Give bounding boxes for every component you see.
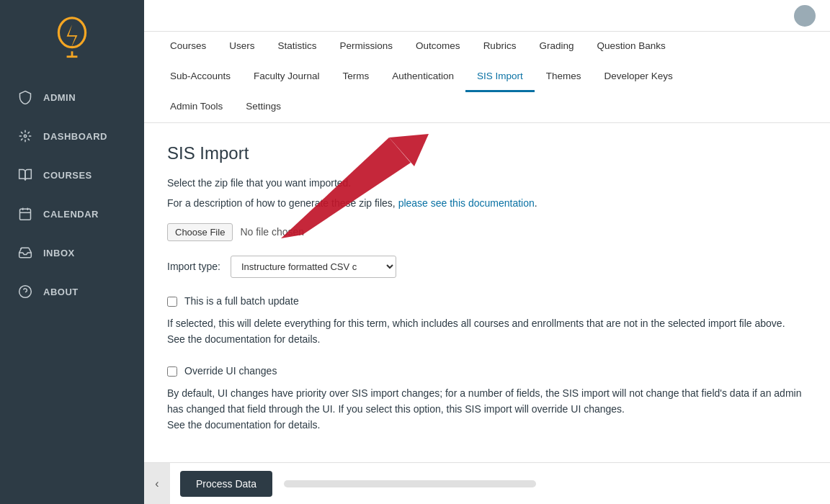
tab-faculty-journal[interactable]: Faculty Journal [242, 62, 331, 92]
nav-row-3: Admin Tools Settings [159, 92, 816, 122]
full-batch-label[interactable]: This is a full batch update [184, 295, 299, 307]
override-ui-description: By default, UI changes have priority ove… [167, 385, 807, 433]
override-ui-desc-line2: has changed that field through the UI. I… [167, 403, 625, 415]
svg-point-0 [58, 17, 85, 47]
tab-courses[interactable]: Courses [159, 32, 218, 62]
file-input-row: Choose File No file chosen [167, 223, 807, 241]
description-line1: Select the zip file that you want import… [167, 175, 807, 191]
help-circle-icon [17, 284, 33, 300]
svg-rect-5 [20, 209, 31, 220]
no-file-label: No file chosen [240, 226, 304, 238]
topbar [144, 0, 830, 32]
collapse-button[interactable]: ‹ [144, 463, 170, 505]
documentation-link[interactable]: please see this documentation [398, 197, 535, 209]
tab-sis-import[interactable]: SIS Import [465, 62, 535, 92]
description-prefix: For a description of how to generate the… [167, 197, 396, 209]
description-suffix: . [535, 197, 537, 209]
tab-rubrics[interactable]: Rubrics [472, 32, 528, 62]
sidebar-item-about[interactable]: ABOUT [0, 272, 144, 311]
tab-authentication[interactable]: Authentication [380, 62, 465, 92]
override-ui-desc-line1: By default, UI changes have priority ove… [167, 387, 801, 399]
import-type-label: Import type: [167, 261, 220, 272]
main-content: Courses Users Statistics Permissions Out… [144, 0, 830, 504]
nav-row-1: Courses Users Statistics Permissions Out… [159, 32, 816, 62]
sidebar-item-about-label: ABOUT [43, 287, 79, 297]
sidebar-item-inbox-label: INBOX [43, 248, 75, 258]
inbox-icon [17, 245, 33, 261]
tab-users[interactable]: Users [218, 32, 266, 62]
logo [47, 14, 97, 65]
sidebar-item-admin[interactable]: ADMIN [0, 78, 144, 117]
page-title: SIS Import [167, 143, 807, 163]
override-ui-checkbox[interactable] [167, 366, 177, 377]
sidebar-item-calendar-label: CALENDAR [43, 209, 99, 220]
override-ui-checkbox-row: Override UI changes [167, 365, 807, 377]
sidebar-item-inbox[interactable]: INBOX [0, 233, 144, 272]
choose-file-button[interactable]: Choose File [167, 223, 233, 241]
tab-developer-keys[interactable]: Developer Keys [592, 62, 684, 92]
sidebar-item-courses-label: COURSES [43, 170, 92, 181]
tab-terms[interactable]: Terms [331, 62, 381, 92]
svg-point-9 [19, 286, 32, 298]
tab-question-banks[interactable]: Question Banks [585, 32, 677, 62]
nav-row-2: Sub-Accounts Faculty Journal Terms Authe… [159, 62, 816, 92]
tab-sub-accounts[interactable]: Sub-Accounts [159, 62, 242, 92]
tab-statistics[interactable]: Statistics [267, 32, 329, 62]
sidebar-nav: ADMIN DASHBOARD COURSES CALENDAR [0, 78, 144, 311]
full-batch-description: If selected, this will delete everything… [167, 315, 807, 348]
sidebar: ADMIN DASHBOARD COURSES CALENDAR [0, 0, 144, 504]
progress-bar [284, 480, 536, 487]
svg-point-4 [24, 135, 26, 137]
tab-outcomes[interactable]: Outcomes [404, 32, 472, 62]
tab-grading[interactable]: Grading [527, 32, 585, 62]
tab-permissions[interactable]: Permissions [329, 32, 405, 62]
process-data-button[interactable]: Process Data [180, 471, 272, 497]
sidebar-item-dashboard[interactable]: DASHBOARD [0, 117, 144, 156]
nav-tabs: Courses Users Statistics Permissions Out… [144, 32, 830, 123]
book-icon [17, 167, 33, 183]
sidebar-item-courses[interactable]: COURSES [0, 156, 144, 194]
import-type-row: Import type: Instructure formatted CSV c… [167, 256, 807, 278]
svg-marker-1 [67, 24, 78, 48]
tab-admin-tools[interactable]: Admin Tools [159, 92, 234, 122]
description-line2: For a description of how to generate the… [167, 195, 807, 211]
sidebar-item-calendar[interactable]: CALENDAR [0, 194, 144, 233]
override-ui-desc-line3: See the documentation for details. [167, 419, 320, 431]
tab-settings[interactable]: Settings [234, 92, 293, 122]
tab-themes[interactable]: Themes [535, 62, 593, 92]
full-batch-desc-line1: If selected, this will delete everything… [167, 318, 785, 329]
grid-icon [17, 128, 33, 144]
shield-icon [17, 89, 33, 105]
avatar[interactable] [794, 5, 816, 27]
bottom-bar: ‹ Process Data [144, 462, 830, 504]
override-ui-label[interactable]: Override UI changes [184, 365, 277, 377]
full-batch-checkbox-row: This is a full batch update [167, 295, 807, 307]
sidebar-item-dashboard-label: DASHBOARD [43, 131, 107, 142]
page-content-area: SIS Import Select the zip file that you … [144, 123, 830, 462]
sidebar-item-admin-label: ADMIN [43, 92, 76, 103]
full-batch-desc-line2: See the documentation for details. [167, 333, 320, 345]
import-type-select[interactable]: Instructure formatted CSV cCanvas diffBl… [231, 256, 396, 278]
full-batch-checkbox[interactable] [167, 297, 177, 307]
calendar-icon [17, 206, 33, 222]
progress-area [272, 480, 830, 487]
